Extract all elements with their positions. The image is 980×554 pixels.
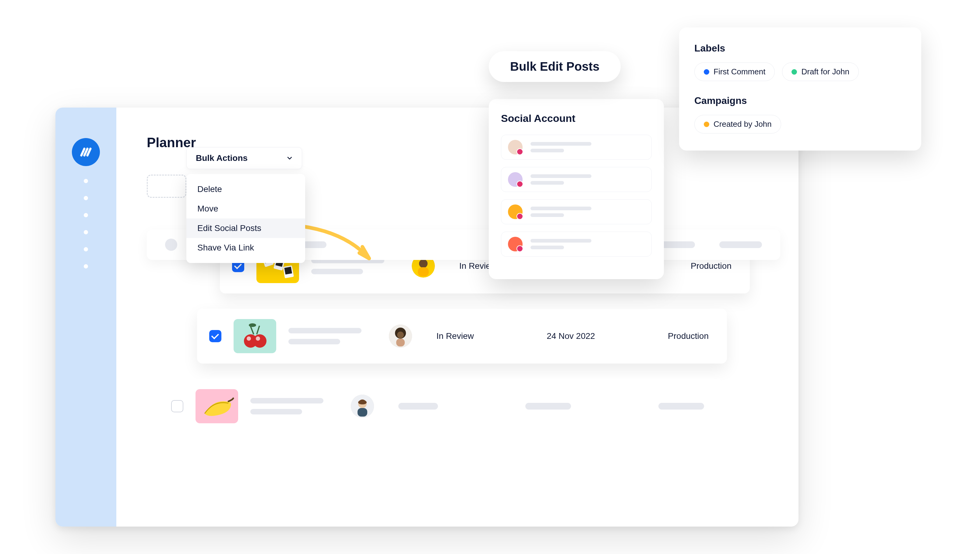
main-content: Planner Bulk Actions Delete Move Edit So… (116, 108, 799, 527)
svg-line-13 (257, 326, 259, 334)
social-account-panel: Social Account (489, 99, 664, 279)
sidebar (56, 108, 116, 527)
chevron-down-icon (286, 155, 293, 161)
account-avatar (508, 140, 523, 155)
label-text: First Comment (714, 67, 765, 77)
post-checkbox[interactable] (171, 400, 183, 412)
campaigns-heading: Campaigns (694, 95, 906, 106)
posts-list: In Review 24 Nov 2022 Production (147, 239, 780, 434)
social-account-item[interactable] (501, 231, 652, 257)
account-placeholder (530, 239, 592, 249)
header-placeholder (165, 239, 177, 251)
menu-item-move[interactable]: Move (186, 199, 305, 219)
post-title-placeholder (288, 328, 377, 344)
bulk-edit-pill: Bulk Edit Posts (489, 51, 620, 82)
account-placeholder (530, 174, 592, 185)
account-placeholder (530, 207, 592, 217)
post-title-placeholder (250, 398, 339, 414)
social-account-item[interactable] (501, 199, 652, 224)
dot-icon (791, 69, 797, 75)
app-window: Planner Bulk Actions Delete Move Edit So… (56, 108, 799, 527)
post-meta: In Review 24 Nov 2022 Production (424, 331, 709, 341)
nav-dot[interactable] (84, 230, 88, 234)
account-placeholder (530, 142, 592, 152)
labels-panel: Labels First Comment Draft for John Camp… (679, 27, 921, 150)
post-date: 24 Nov 2022 (547, 331, 595, 341)
drop-target[interactable] (147, 175, 186, 198)
svg-line-12 (250, 326, 254, 334)
svg-point-17 (247, 337, 251, 341)
bulk-actions-menu: Delete Move Edit Social Posts Shave Via … (186, 174, 305, 263)
post-stage: Production (668, 331, 709, 341)
campaign-text: Created by John (714, 120, 772, 129)
account-avatar (508, 204, 523, 219)
nav-dot[interactable] (84, 179, 88, 183)
svg-rect-11 (418, 267, 429, 276)
post-meta (386, 403, 704, 410)
meta-placeholder (525, 403, 571, 410)
menu-item-edit-social[interactable]: Edit Social Posts (186, 219, 305, 238)
post-row[interactable]: In Review 24 Nov 2022 Production (197, 309, 727, 364)
svg-point-21 (397, 332, 404, 338)
social-account-item[interactable] (501, 167, 652, 192)
svg-rect-22 (396, 338, 405, 346)
post-checkbox[interactable] (209, 330, 221, 342)
label-text: Draft for John (801, 67, 850, 77)
nav-dot[interactable] (84, 264, 88, 268)
post-thumbnail (196, 389, 238, 423)
account-avatar (508, 237, 523, 251)
nav-dot[interactable] (84, 247, 88, 251)
nav-dot[interactable] (84, 213, 88, 217)
post-title-placeholder (311, 258, 399, 274)
nav-dot[interactable] (84, 196, 88, 200)
dot-icon (704, 121, 709, 127)
svg-rect-8 (285, 267, 292, 274)
post-author-avatar (351, 394, 374, 418)
meta-placeholder (398, 403, 438, 410)
bulk-actions-button[interactable]: Bulk Actions (186, 147, 302, 169)
app-logo (72, 138, 100, 166)
dot-icon (704, 69, 709, 75)
svg-point-14 (249, 323, 256, 327)
post-stage: Production (691, 261, 732, 271)
post-row[interactable] (159, 379, 722, 434)
label-chip[interactable]: Draft for John (782, 62, 859, 81)
menu-item-share-link[interactable]: Shave Via Link (186, 238, 305, 257)
labels-heading: Labels (694, 43, 906, 54)
bulk-actions-label: Bulk Actions (196, 153, 248, 163)
label-chip[interactable]: First Comment (694, 62, 775, 81)
post-thumbnail (234, 319, 276, 353)
social-panel-title: Social Account (501, 112, 652, 125)
menu-item-delete[interactable]: Delete (186, 179, 305, 199)
post-author-avatar (389, 324, 412, 348)
account-avatar (508, 172, 523, 187)
post-status: In Review (436, 331, 474, 341)
svg-rect-25 (358, 408, 367, 417)
social-account-item[interactable] (501, 135, 652, 160)
campaign-chip[interactable]: Created by John (694, 115, 781, 134)
header-placeholder (719, 241, 762, 248)
meta-placeholder (659, 403, 704, 410)
svg-point-10 (419, 259, 428, 268)
svg-point-18 (256, 337, 260, 341)
svg-point-16 (253, 334, 266, 348)
